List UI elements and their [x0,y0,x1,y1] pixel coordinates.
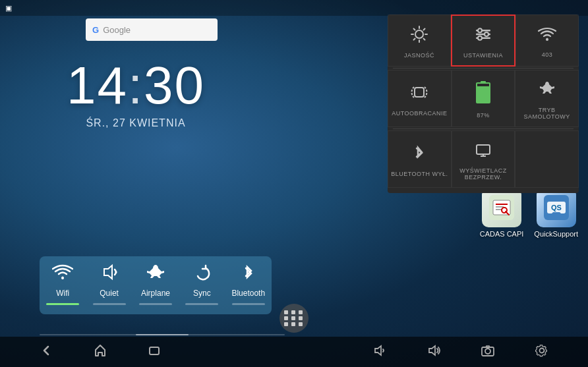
toggle-sync[interactable]: Sync [182,263,221,305]
wifi-label: Wifi [56,289,69,298]
svg-line-17 [414,29,415,30]
bluetooth-icon [238,263,259,286]
scroll-thumb [136,334,189,335]
bluetooth-label: Bluetooth [231,289,265,298]
svg-marker-1 [104,266,112,279]
nav-volume-up-button[interactable] [426,343,441,361]
qp-bluetooth-label: BLUETOOTH WYŁ. [391,171,448,177]
qp-ustawienia[interactable]: USTAWIENIA [451,14,515,67]
nav-volume-down-button[interactable] [372,343,387,361]
app-quicksupport[interactable]: QS QuickSupport [534,188,578,238]
scroll-indicator [40,334,285,335]
svg-marker-35 [429,346,435,355]
search-label: Google [103,25,131,35]
qp-wyswietlacz-label: WYŚWIETLACZ BEZPRZEW. [455,167,512,181]
status-bar: ▣ [0,0,588,16]
airplane-bar [139,303,172,305]
qp-empty [515,130,579,188]
dot-7 [284,322,288,326]
status-bar-icon: ▣ [5,4,12,13]
toggle-wifi[interactable]: Wifi [43,263,82,305]
svg-point-37 [485,349,490,354]
navigation-bar [0,337,588,367]
qp-jasnosc[interactable]: JASNOŚĆ [388,14,451,67]
toggle-bluetooth[interactable]: Bluetooth [229,263,268,305]
sep-2 [393,128,573,129]
nav-back-button[interactable] [39,343,53,361]
svg-rect-28 [415,88,424,97]
svg-point-2 [115,271,117,273]
clock-minutes: 30 [144,56,205,115]
qp-row-2: AUTOOBRACANIE 87% TRYB SAMOLOTOWY [388,70,579,127]
quiet-bar [93,303,126,305]
svg-point-12 [415,30,423,38]
wifi-bar [46,303,79,305]
svg-line-19 [424,29,425,30]
qp-wifi403-label: 403 [542,51,553,58]
dot-4 [284,316,288,320]
qp-battery-label: 87% [477,112,490,119]
airplane-panel-icon [538,80,556,103]
cast-icon [474,140,492,163]
qp-ustawienia-label: USTAWIENIA [463,52,503,59]
wifi-panel-icon [538,26,556,47]
toggle-quiet[interactable]: Quiet [90,263,129,305]
qp-tryb-label: TRYB SAMOLOTOWY [518,107,575,120]
quicksupport-label: QuickSupport [534,230,578,238]
dot-2 [291,310,295,314]
clock-hours: 14 [67,56,128,115]
dot-6 [299,316,303,320]
launcher-button[interactable] [279,304,309,333]
quick-settings-panel: JASNOŚĆ USTAWIENIA [388,14,579,193]
svg-point-24 [478,28,482,32]
clock-colon: : [128,56,144,115]
clock-date: ŚR., 27 KWIETNIA [86,117,185,129]
toggle-airplane[interactable]: Airplane [136,263,175,305]
brightness-icon [410,25,428,48]
qp-bluetooth[interactable]: BLUETOOTH WYŁ. [388,130,452,188]
qp-wyswietlacz[interactable]: WYŚWIETLACZ BEZPRZEW. [452,130,515,188]
nav-recents-button[interactable] [147,343,162,361]
nav-settings-button[interactable] [535,343,549,361]
svg-line-20 [414,39,415,40]
settings-icon [474,25,492,48]
battery-body [476,82,490,103]
dot-8 [291,322,295,326]
wifi-icon [52,263,73,286]
qp-row-3: BLUETOOTH WYŁ. WYŚWIETLACZ BEZPRZEW. [388,130,579,188]
nav-camera-button[interactable] [481,343,495,361]
sep-1 [393,68,573,69]
svg-point-25 [485,32,488,36]
launcher-dots-grid [284,310,304,326]
dot-5 [291,316,295,320]
google-search-bar[interactable]: G Google [86,18,218,41]
svg-point-38 [540,348,544,353]
quicksupport-icon: QS [537,188,576,227]
cadas-label: CADAS CAPI [480,230,524,238]
cadas-icon [482,188,521,227]
quick-toggles-bar: Wifi Quiet Airplane [40,256,272,314]
nav-home-button[interactable] [93,343,107,361]
svg-rect-33 [150,347,159,354]
svg-line-18 [424,39,425,40]
bluetooth-panel-icon [410,144,428,167]
svg-marker-34 [375,346,381,355]
rotate-icon [410,83,428,106]
clock-area: 14:30 ŚR., 27 KWIETNIA [0,59,272,129]
qp-tryb-samolotowy[interactable]: TRYB SAMOLOTOWY [515,70,579,127]
qp-row-1: JASNOŚĆ USTAWIENIA [388,14,579,67]
airplane-icon [145,263,166,286]
qp-battery[interactable]: 87% [452,70,515,127]
app-cadas[interactable]: CADAS CAPI [480,188,524,238]
battery-panel-icon [476,81,490,108]
dot-3 [299,310,303,314]
sync-bar [185,303,218,305]
qp-wifi403[interactable]: 403 [515,14,579,67]
svg-rect-29 [477,145,490,154]
qp-autoobracanie[interactable]: AUTOOBRACANIE [388,70,452,127]
sync-icon [191,263,212,286]
airplane-label: Airplane [141,289,170,298]
google-logo: G [92,25,99,35]
quiet-icon [99,263,120,286]
sync-label: Sync [193,289,211,298]
